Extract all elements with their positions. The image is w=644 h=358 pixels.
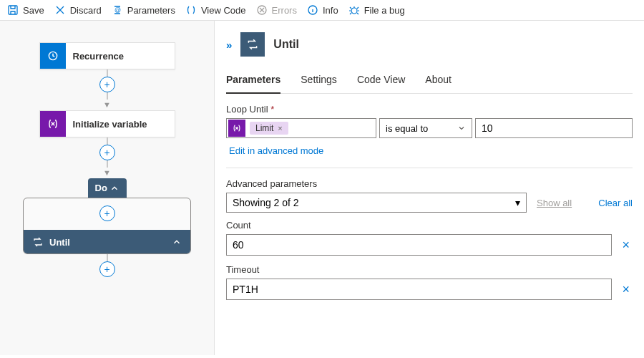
- arrow-down-icon: ▼: [103, 101, 111, 109]
- tab-code-view[interactable]: Code View: [357, 69, 405, 93]
- recurrence-icon: [40, 43, 66, 69]
- initialize-variable-label: Initialize variable: [66, 119, 155, 130]
- comparison-value-input[interactable]: [475, 118, 633, 138]
- clear-all-link[interactable]: Clear all: [598, 198, 633, 208]
- variable-token-limit[interactable]: Limit ×: [250, 122, 288, 135]
- workflow-canvas: Recurrence + ▼ Initialize variable + ▼ D…: [0, 21, 215, 355]
- panel-title: Until: [273, 38, 299, 51]
- panel-tabs: Parameters Settings Code View About: [226, 69, 633, 94]
- bug-icon: [348, 4, 360, 16]
- connector: [107, 254, 108, 261]
- collapse-panel-icon[interactable]: »: [226, 39, 232, 51]
- do-header[interactable]: Do: [88, 178, 127, 198]
- do-body: +: [24, 198, 190, 230]
- timeout-label: Timeout: [226, 264, 633, 275]
- do-label: Do: [95, 183, 107, 193]
- save-label: Save: [23, 5, 44, 16]
- errors-label: Errors: [272, 5, 297, 16]
- connector: [107, 69, 108, 77]
- arrow-down-icon: ▼: [103, 169, 111, 177]
- parameters-button[interactable]: @ Parameters: [112, 4, 175, 16]
- save-button[interactable]: Save: [7, 4, 44, 16]
- add-step-button[interactable]: +: [99, 205, 115, 221]
- operator-select[interactable]: is equal to: [379, 118, 472, 138]
- svg-rect-0: [9, 6, 17, 14]
- connector: [107, 92, 108, 100]
- code-icon: [185, 4, 197, 16]
- advanced-parameters-label: Advanced parameters: [226, 178, 633, 189]
- svg-point-4: [351, 8, 357, 14]
- variable-icon: [40, 111, 66, 137]
- parameters-icon: @: [112, 4, 123, 16]
- info-label: Info: [323, 5, 338, 16]
- connector: [107, 137, 108, 145]
- loop-until-row: Limit × is equal to: [226, 118, 633, 138]
- do-until-group: + Until: [23, 198, 191, 254]
- chevron-up-icon: [172, 237, 182, 247]
- token-text: Limit: [255, 123, 273, 133]
- advanced-params-select[interactable]: Showing 2 of 2 ▾: [226, 193, 527, 213]
- connector: [107, 160, 108, 168]
- discard-label: Discard: [70, 5, 102, 16]
- discard-icon: [54, 4, 66, 16]
- loop-until-label: Loop Until *: [226, 104, 633, 115]
- view-code-label: View Code: [201, 5, 246, 16]
- errors-icon: [256, 4, 268, 16]
- until-badge-icon: [240, 32, 265, 57]
- edit-advanced-mode-link[interactable]: Edit in advanced mode: [226, 142, 326, 165]
- add-step-button[interactable]: +: [99, 261, 115, 277]
- expression-input[interactable]: Limit ×: [226, 118, 376, 138]
- main-area: Recurrence + ▼ Initialize variable + ▼ D…: [0, 21, 644, 355]
- svg-text:@: @: [114, 6, 121, 14]
- timeout-input[interactable]: [226, 279, 612, 300]
- file-bug-label: File a bug: [364, 5, 405, 16]
- loop-icon: [32, 236, 44, 248]
- advanced-params-value: Showing 2 of 2: [233, 197, 299, 208]
- fx-icon: [228, 120, 245, 137]
- add-step-button[interactable]: +: [99, 77, 115, 92]
- chevron-down-icon: ▾: [515, 197, 520, 208]
- until-bar[interactable]: Until: [24, 230, 190, 253]
- save-icon: [7, 4, 19, 16]
- parameters-label: Parameters: [127, 5, 175, 16]
- recurrence-label: Recurrence: [66, 51, 132, 62]
- errors-button[interactable]: Errors: [256, 4, 297, 16]
- operator-value: is equal to: [386, 123, 428, 134]
- initialize-variable-card[interactable]: Initialize variable: [39, 110, 175, 137]
- chevron-down-icon: [457, 124, 466, 132]
- until-label: Until: [49, 237, 70, 248]
- show-all-link[interactable]: Show all: [537, 198, 572, 208]
- discard-button[interactable]: Discard: [54, 4, 102, 16]
- clear-timeout-icon[interactable]: ×: [619, 282, 633, 297]
- tab-settings[interactable]: Settings: [301, 69, 337, 93]
- divider: [226, 168, 633, 168]
- clear-count-icon[interactable]: ×: [619, 238, 633, 253]
- remove-token-icon[interactable]: ×: [278, 124, 282, 132]
- info-button[interactable]: Info: [307, 4, 338, 16]
- recurrence-card[interactable]: Recurrence: [39, 42, 175, 69]
- chevron-up-icon: [109, 183, 119, 193]
- count-input[interactable]: [226, 234, 612, 256]
- properties-panel: » Until Parameters Settings Code View Ab…: [215, 21, 644, 355]
- info-icon: [307, 4, 318, 16]
- tab-about[interactable]: About: [425, 69, 452, 93]
- view-code-button[interactable]: View Code: [185, 4, 246, 16]
- file-bug-button[interactable]: File a bug: [348, 4, 405, 16]
- count-label: Count: [226, 220, 633, 231]
- top-toolbar: Save Discard @ Parameters View Code Erro…: [0, 0, 644, 21]
- tab-parameters[interactable]: Parameters: [226, 69, 280, 94]
- add-step-button[interactable]: +: [99, 145, 115, 160]
